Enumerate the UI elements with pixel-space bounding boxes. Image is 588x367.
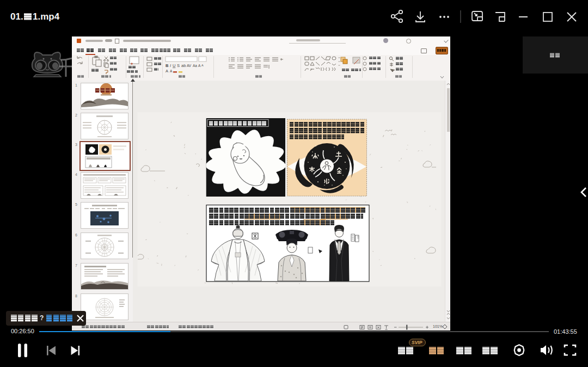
svg-text:ab: ab [181, 63, 186, 68]
svg-text:B: B [166, 63, 169, 68]
svg-text:A: A [170, 69, 173, 73]
svg-text:AV: AV [187, 64, 192, 68]
svg-text:S: S [177, 63, 180, 68]
svg-text:A: A [198, 64, 201, 68]
svg-text:A: A [201, 64, 204, 67]
svg-text:A: A [166, 69, 168, 74]
svg-text:U: U [173, 63, 175, 68]
svg-text:I: I [170, 63, 171, 68]
svg-text:Aa: Aa [193, 64, 197, 68]
